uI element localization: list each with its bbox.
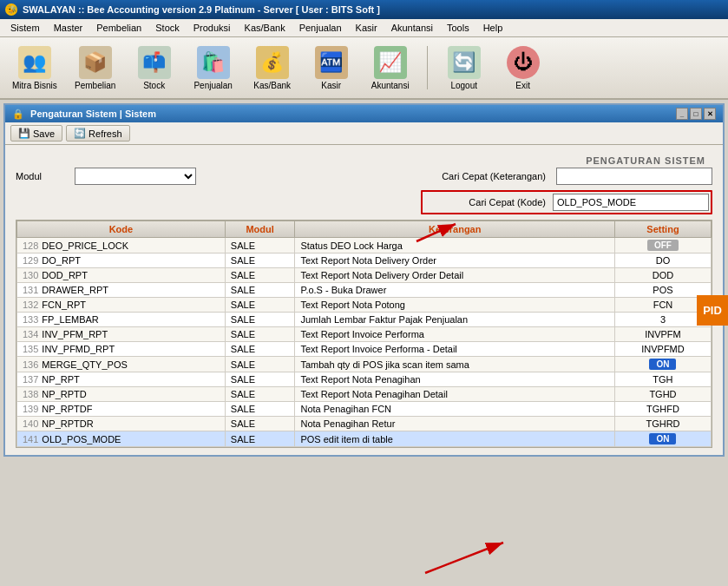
table-row[interactable]: 134INV_PFM_RPTSALEText Report Invoice Pe… — [17, 327, 712, 342]
menu-item-kasir[interactable]: Kasir — [349, 21, 384, 35]
toolbar-btn-stock[interactable]: 📫Stock — [128, 43, 180, 94]
save-button[interactable]: 💾 Save — [10, 125, 62, 142]
badge-on: ON — [649, 433, 676, 444]
cari-keterangan-label: Cari Cepat (Keterangan) — [424, 171, 546, 181]
cell-kode: 141OLD_POS_MODE — [17, 431, 226, 447]
arrow-bottom — [338, 530, 555, 583]
cell-keterangan: Text Report Invoice Performa — [295, 327, 614, 342]
cell-modul: SALE — [225, 387, 295, 402]
toolbar: 👥Mitra Bisnis📦Pembelian📫Stock🛍️Penjualan… — [0, 37, 728, 100]
cell-kode: 135INV_PFMD_RPT — [17, 342, 226, 357]
modul-row: Modul SALE PURCHASE STOCK Cari Cepat (Ke… — [16, 168, 712, 185]
menu-item-produksi[interactable]: Produksi — [187, 21, 238, 35]
col-kode: Kode — [17, 221, 226, 238]
toolbar-btn-exit[interactable]: ⏻Exit — [497, 43, 549, 94]
cell-modul: SALE — [225, 357, 295, 372]
cell-keterangan: Text Report Nota Penagihan — [295, 372, 614, 387]
table-row[interactable]: 133FP_LEMBARSALEJumlah Lembar Faktur Paj… — [17, 313, 712, 327]
menu-item-pembelian[interactable]: Pembelian — [89, 21, 148, 35]
menu-item-akuntansi[interactable]: Akuntansi — [384, 21, 440, 35]
menu-item-stock[interactable]: Stock — [148, 21, 187, 35]
cari-kode-input[interactable]: OLD_POS_MODE — [553, 194, 709, 211]
logout-icon: 🔄 — [448, 46, 481, 79]
table-row[interactable]: 132FCN_RPTSALEText Report Nota PotongFCN — [17, 298, 712, 313]
cell-modul: SALE — [225, 417, 295, 431]
menu-item-tools[interactable]: Tools — [440, 21, 476, 35]
kasir-icon: 🏧 — [315, 46, 348, 79]
main-content: PENGATURAN SISTEM Modul SALE PURCHASE ST… — [5, 145, 723, 455]
cell-setting: INVPFMD — [614, 342, 711, 357]
cell-keterangan: Jumlah Lembar Faktur Pajak Penjualan — [295, 313, 614, 327]
sub-window-title-text: 🔒 Pengaturan Sistem | Sistem — [12, 109, 156, 120]
refresh-icon: 🔄 — [74, 128, 86, 139]
table-row[interactable]: 140NP_RPTDRSALENota Penagihan ReturTGHRD — [17, 417, 712, 431]
cari-kode-box: Cari Cepat (Kode) OLD_POS_MODE — [421, 190, 712, 214]
cell-setting: TGHFD — [614, 402, 711, 417]
sub-window-title-bar: 🔒 Pengaturan Sistem | Sistem _ □ ✕ — [5, 105, 723, 122]
cell-setting: DOD — [614, 268, 711, 283]
toolbar-btn-mitra-bisnis[interactable]: 👥Mitra Bisnis — [7, 43, 62, 94]
table-row[interactable]: 136MERGE_QTY_POSSALETambah qty di POS ji… — [17, 357, 712, 372]
toolbar-btn-pembelian[interactable]: 📦Pembelian — [69, 43, 121, 94]
table-row[interactable]: 141OLD_POS_MODESALEPOS edit item di tabl… — [17, 431, 712, 447]
save-label: Save — [33, 128, 55, 139]
refresh-button[interactable]: 🔄 Refresh — [66, 125, 130, 142]
cell-kode: 130DOD_RPT — [17, 268, 226, 283]
cell-kode: 139NP_RPTDF — [17, 402, 226, 417]
cell-kode: 131DRAWER_RPT — [17, 283, 226, 298]
pembelian-icon: 📦 — [79, 46, 112, 79]
menu-item-penjualan[interactable]: Penjualan — [292, 21, 349, 35]
mitra-bisnis-label: Mitra Bisnis — [12, 81, 57, 90]
col-keterangan: Keterangan — [295, 221, 614, 238]
cell-setting: TGHRD — [614, 417, 711, 431]
kasbank-label: Kas/Bank — [253, 81, 291, 90]
table-row[interactable]: 137NP_RPTSALEText Report Nota PenagihanT… — [17, 372, 712, 387]
badge-off: OFF — [647, 240, 679, 251]
akuntansi-icon: 📈 — [374, 46, 407, 79]
cell-modul: SALE — [225, 431, 295, 447]
cell-kode: 133FP_LEMBAR — [17, 313, 226, 327]
cari-keterangan-input[interactable] — [556, 168, 712, 185]
cell-setting: ON — [614, 357, 711, 372]
toolbar-btn-akuntansi[interactable]: 📈Akuntansi — [364, 43, 416, 94]
badge-on: ON — [649, 359, 676, 370]
table-row[interactable]: 135INV_PFMD_RPTSALEText Report Invoice P… — [17, 342, 712, 357]
cari-kode-row: Cari Cepat (Kode) OLD_POS_MODE — [16, 190, 712, 214]
cell-kode: 140NP_RPTDR — [17, 417, 226, 431]
kasir-label: Kasir — [321, 81, 341, 90]
toolbar-btn-penjualan[interactable]: 🛍️Penjualan — [187, 43, 239, 94]
save-icon: 💾 — [18, 128, 30, 139]
menu-item-help[interactable]: Help — [476, 21, 510, 35]
cell-keterangan: Status DEO Lock Harga — [295, 238, 614, 253]
maximize-button[interactable]: □ — [690, 108, 702, 120]
app-icon: 🐝 — [5, 3, 17, 16]
toolbar-btn-kasir[interactable]: 🏧Kasir — [305, 43, 357, 94]
table-row[interactable]: 131DRAWER_RPTSALEP.o.S - Buka DrawerPOS — [17, 283, 712, 298]
table-row[interactable]: 128DEO_PRICE_LOCKSALEStatus DEO Lock Har… — [17, 238, 712, 253]
cell-setting: INVPFM — [614, 327, 711, 342]
menu-item-master[interactable]: Master — [47, 21, 90, 35]
minimize-button[interactable]: _ — [676, 108, 688, 120]
cell-kode: 134INV_PFM_RPT — [17, 327, 226, 342]
cell-modul: SALE — [225, 402, 295, 417]
menu-item-kas/bank[interactable]: Kas/Bank — [238, 21, 292, 35]
toolbar-btn-kasbank[interactable]: 💰Kas/Bank — [246, 43, 298, 94]
cari-kode-label: Cari Cepat (Kode) — [424, 197, 546, 207]
sub-toolbar: 💾 Save 🔄 Refresh — [5, 122, 723, 145]
modul-select[interactable]: SALE PURCHASE STOCK — [75, 168, 196, 185]
table-row[interactable]: 139NP_RPTDFSALENota Penagihan FCNTGHFD — [17, 402, 712, 417]
close-button[interactable]: ✕ — [704, 108, 716, 120]
cell-setting: OFF — [614, 238, 711, 253]
cell-kode: 128DEO_PRICE_LOCK — [17, 238, 226, 253]
svg-line-3 — [425, 543, 503, 573]
table-row[interactable]: 130DOD_RPTSALEText Report Nota Delivery … — [17, 268, 712, 283]
table-row[interactable]: 138NP_RPTDSALEText Report Nota Penagihan… — [17, 387, 712, 402]
menu-item-sistem[interactable]: Sistem — [3, 21, 47, 35]
table-row[interactable]: 129DO_RPTSALEText Report Nota Delivery O… — [17, 253, 712, 268]
cell-modul: SALE — [225, 283, 295, 298]
cell-keterangan: Text Report Nota Delivery Order Detail — [295, 268, 614, 283]
kasbank-icon: 💰 — [256, 46, 289, 79]
toolbar-btn-logout[interactable]: 🔄Logout — [438, 43, 490, 94]
pid-badge: PID — [697, 295, 728, 326]
cell-keterangan: Nota Penagihan FCN — [295, 402, 614, 417]
